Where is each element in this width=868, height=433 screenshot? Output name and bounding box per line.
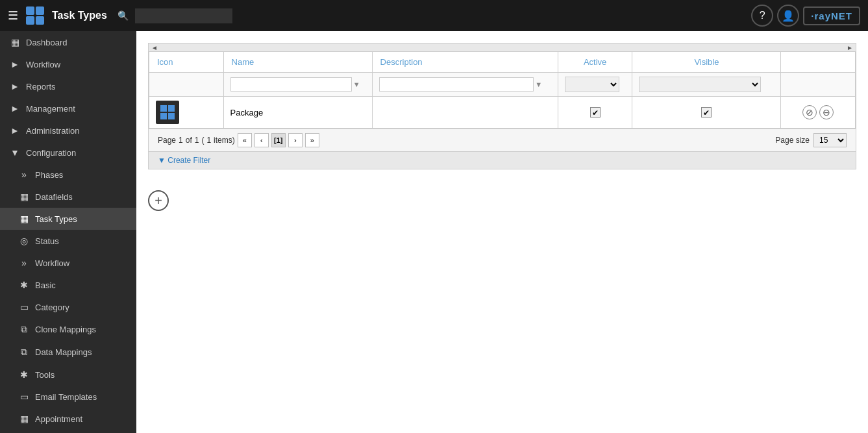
sidebar-item-configuration[interactable]: ▼ Configuration	[0, 142, 136, 164]
workflow-sub-icon: »	[18, 258, 30, 268]
filter-icon-cell	[149, 73, 224, 97]
scroll-bar-top[interactable]: ◄ ►	[149, 43, 856, 51]
filter-visible-select[interactable]: Yes No	[639, 77, 760, 92]
pagination-left: Page 1 of 1 ( 1 items) « ‹ [1] › »	[158, 133, 319, 147]
sidebar-item-phases[interactable]: » Phases	[0, 164, 136, 186]
clone-mappings-icon: ⧉	[18, 324, 30, 335]
logo-prefix: ·ray	[811, 10, 831, 21]
appointment-icon: ▦	[18, 414, 30, 424]
sidebar-item-reports[interactable]: ► Reports	[0, 75, 136, 97]
sidebar-label-basic: Basic	[35, 280, 56, 290]
sidebar-item-appointment[interactable]: ▦ Appointment	[0, 408, 136, 430]
main-layout: ▦ Dashboard ► Workflow ► Reports ► Manag…	[0, 31, 868, 433]
first-page-button[interactable]: «	[238, 133, 252, 147]
row-description-cell	[372, 97, 558, 129]
sidebar-label-appointment: Appointment	[35, 414, 82, 424]
block-button[interactable]: ⊘	[802, 105, 817, 119]
sidebar-item-clone-mappings[interactable]: ⧉ Clone Mappings	[0, 318, 136, 341]
row-visible-cell: ✔	[632, 97, 781, 129]
sidebar-item-static-pages[interactable]: ▭ Static Pages	[0, 430, 136, 433]
next-page-button[interactable]: ›	[288, 133, 303, 147]
prev-page-button[interactable]: ‹	[254, 133, 269, 147]
sidebar-label-task-types: Task Types	[35, 214, 77, 224]
filter-row: ▼ ▼	[149, 73, 856, 97]
data-mappings-icon: ⧉	[18, 347, 30, 358]
current-page-button[interactable]: [1]	[271, 133, 286, 147]
sidebar-label-administration: Administration	[26, 126, 79, 136]
svg-rect-7	[168, 113, 175, 119]
sidebar-item-task-types[interactable]: ▦ Task Types	[0, 208, 136, 230]
sidebar-label-datafields: Datafields	[35, 192, 73, 202]
workflow-icon: ►	[9, 59, 21, 69]
administration-icon: ►	[9, 125, 21, 136]
row-icon-cell	[149, 97, 224, 129]
col-actions	[781, 52, 856, 73]
sidebar-item-tools[interactable]: ✱ Tools	[0, 364, 136, 386]
page-size-select[interactable]: 15 25 50 100	[813, 133, 847, 147]
datafields-icon: ▦	[18, 192, 30, 202]
filter-funnel-icon: ▼	[158, 156, 166, 165]
filter-description-icon: ▼	[535, 80, 542, 88]
sidebar-item-data-mappings[interactable]: ⧉ Data Mappings	[0, 341, 136, 364]
active-checkbox[interactable]: ✔	[590, 107, 601, 118]
delete-button[interactable]: ⊖	[819, 105, 834, 119]
top-header: ☰ Task Types 🔍 ? 👤 ·rayNET	[0, 0, 868, 31]
col-name[interactable]: Name	[223, 52, 372, 73]
col-description[interactable]: Description	[372, 52, 558, 73]
filter-active-cell: Yes No	[558, 73, 632, 97]
svg-rect-1	[36, 6, 44, 15]
row-name-value: Package	[230, 108, 264, 118]
content-area: ◄ ► Icon Name Description Active Visible	[136, 31, 868, 433]
hamburger-menu[interactable]: ☰	[8, 8, 18, 23]
visible-checkbox[interactable]: ✔	[701, 107, 712, 118]
add-btn-area: +	[136, 181, 868, 220]
help-button[interactable]: ?	[751, 5, 773, 27]
user-button[interactable]: 👤	[777, 5, 799, 27]
package-icon	[156, 101, 179, 124]
filter-active-select[interactable]: Yes No	[565, 77, 619, 92]
sidebar-item-datafields[interactable]: ▦ Datafields	[0, 186, 136, 208]
header-right: ? 👤 ·rayNET	[751, 5, 860, 27]
scroll-left-arrow[interactable]: ◄	[151, 44, 158, 51]
sidebar-item-administration[interactable]: ► Administration	[0, 119, 136, 142]
row-active-cell: ✔	[558, 97, 632, 129]
filter-link-bar: ▼ Create Filter	[149, 151, 856, 169]
pagination-bar: Page 1 of 1 ( 1 items) « ‹ [1] › » Page …	[149, 129, 856, 151]
col-icon[interactable]: Icon	[149, 52, 224, 73]
filter-name-input[interactable]	[230, 77, 352, 92]
data-table-container: ◄ ► Icon Name Description Active Visible	[148, 43, 856, 169]
items-label-text: items)	[214, 136, 235, 145]
sidebar-label-dashboard: Dashboard	[26, 38, 68, 47]
col-visible[interactable]: Visible	[632, 52, 781, 73]
table-row: Package ✔ ✔ ⊘ ⊖	[149, 97, 856, 129]
logo-suffix: NET	[831, 10, 852, 21]
tools-icon: ✱	[18, 369, 30, 380]
sidebar-item-category[interactable]: ▭ Category	[0, 296, 136, 318]
filter-description-input[interactable]	[379, 77, 534, 92]
add-button[interactable]: +	[148, 190, 169, 211]
sidebar-item-status[interactable]: ◎ Status	[0, 230, 136, 252]
user-icon: 👤	[782, 10, 795, 22]
sidebar-item-email-templates[interactable]: ▭ Email Templates	[0, 386, 136, 408]
col-active[interactable]: Active	[558, 52, 632, 73]
sidebar-label-reports: Reports	[26, 82, 56, 92]
last-page-button[interactable]: »	[305, 133, 319, 147]
search-input[interactable]	[135, 8, 232, 23]
sidebar-item-management[interactable]: ► Management	[0, 97, 136, 119]
email-templates-icon: ▭	[18, 391, 30, 402]
page-info-text: Page	[158, 136, 176, 145]
sidebar-item-dashboard[interactable]: ▦ Dashboard	[0, 31, 136, 53]
sidebar-item-basic[interactable]: ✱ Basic	[0, 274, 136, 296]
action-btns: ⊘ ⊖	[787, 105, 849, 119]
items-info-text: (	[201, 136, 204, 145]
scroll-right-arrow[interactable]: ►	[847, 44, 853, 51]
sidebar-item-workflow-sub[interactable]: » Workflow	[0, 252, 136, 274]
filter-name-icon: ▼	[353, 80, 360, 88]
sidebar-label-management: Management	[26, 104, 75, 114]
total-items-text: 1	[206, 136, 211, 145]
total-pages-text: 1	[195, 136, 199, 145]
svg-rect-4	[160, 105, 167, 112]
create-filter-link[interactable]: Create Filter	[167, 156, 210, 165]
sidebar-label-workflow: Workflow	[26, 60, 60, 69]
sidebar-item-workflow[interactable]: ► Workflow	[0, 53, 136, 75]
